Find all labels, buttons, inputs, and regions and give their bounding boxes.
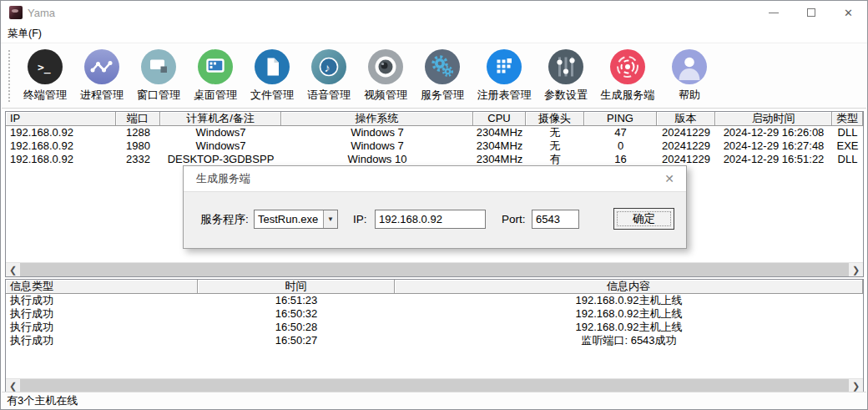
cell-type: EXE [832, 139, 863, 153]
log-row[interactable]: 执行成功 16:50:32 192.168.0.92主机上线 [6, 307, 863, 321]
col-header-time[interactable]: 时间 [198, 280, 395, 293]
toolbar-item-desktop[interactable]: 桌面管理 [192, 48, 239, 103]
cell-os: Windows 7 [281, 126, 473, 139]
minimize-button[interactable] [754, 1, 792, 24]
maximize-button[interactable] [792, 1, 830, 24]
generate-server-dialog: 生成服务端 ✕ 服务程序: TestRun.exe ▼ IP: Port: 确定 [183, 165, 687, 249]
voice-icon: ♪ [310, 48, 347, 85]
cell-ping: 47 [584, 126, 657, 139]
cell-start-time: 2024-12-29 16:27:48 [715, 139, 832, 153]
scrollbar-thumb[interactable] [20, 263, 849, 276]
log-row[interactable]: 执行成功 16:50:27 监听端口: 6543成功 [6, 334, 863, 347]
toolbar-label: 桌面管理 [194, 88, 237, 103]
scroll-left-icon[interactable]: ❮ [6, 263, 20, 276]
cell-info-content: 监听端口: 6543成功 [395, 334, 863, 347]
cell-ping: 0 [584, 139, 657, 153]
toolbar-gripper[interactable] [8, 50, 12, 102]
cell-info-type: 执行成功 [6, 321, 198, 334]
cell-info-content: 192.168.0.92主机上线 [395, 321, 863, 334]
menubar: 菜单(F) [1, 24, 867, 43]
log-list: 信息类型 时间 信息内容 执行成功 16:51:23 192.168.0.92主… [5, 279, 864, 393]
titlebar: Yama ✕ [1, 1, 867, 24]
host-row[interactable]: 192.168.0.92 2332 DESKTOP-3GDBSPP Window… [6, 153, 863, 166]
window-title: Yama [28, 7, 55, 19]
scroll-right-icon[interactable]: ❯ [849, 379, 863, 392]
col-header-type[interactable]: 类型 [832, 112, 863, 125]
port-label: Port: [502, 210, 526, 229]
toolbar: >_ 终端管理 进程管理 窗口管理 [2, 44, 866, 109]
cell-port: 2332 [116, 153, 160, 166]
toolbar-item-params[interactable]: 参数设置 [542, 48, 589, 103]
menu-item-file[interactable]: 菜单(F) [1, 27, 48, 41]
app-window: Yama ✕ 菜单(F) >_ 终端管理 [0, 0, 868, 410]
port-field[interactable] [532, 210, 579, 229]
cell-computer-name: DESKTOP-3GDBSPP [160, 153, 281, 166]
cell-ip: 192.168.0.92 [6, 153, 116, 166]
cell-time: 16:50:28 [198, 321, 395, 334]
toolbar-label: 帮助 [679, 88, 700, 103]
cell-type: DLL [832, 126, 863, 139]
dialog-close-icon[interactable]: ✕ [664, 172, 674, 185]
cell-ip: 192.168.0.92 [6, 139, 116, 153]
toolbar-item-terminal[interactable]: >_ 终端管理 [22, 48, 68, 103]
col-header-ip[interactable]: IP [6, 112, 116, 125]
scroll-right-icon[interactable]: ❯ [849, 263, 863, 276]
cell-cpu: 2304MHz [473, 153, 526, 166]
cell-time: 16:50:27 [198, 334, 395, 347]
terminal-icon: >_ [27, 48, 63, 85]
toolbar-item-process[interactable]: 进程管理 [78, 48, 125, 103]
toolbar-label: 终端管理 [23, 88, 67, 103]
col-header-info-type[interactable]: 信息类型 [6, 280, 198, 293]
col-header-info-content[interactable]: 信息内容 [395, 280, 863, 293]
toolbar-label: 生成服务端 [601, 88, 655, 103]
program-select-value: TestRun.exe [255, 210, 323, 228]
toolbar-item-file[interactable]: 文件管理 [249, 48, 295, 103]
col-header-computer-name[interactable]: 计算机名/备注 [160, 112, 281, 125]
ok-button[interactable]: 确定 [613, 208, 674, 230]
col-header-start-time[interactable]: 启动时间 [715, 112, 832, 125]
svg-text:>_: >_ [38, 61, 51, 74]
log-list-hscrollbar[interactable]: ❮ ❯ [6, 378, 863, 392]
toolbar-label: 进程管理 [80, 88, 124, 103]
log-list-header: 信息类型 时间 信息内容 [6, 280, 863, 294]
cell-camera: 无 [526, 139, 584, 153]
log-row[interactable]: 执行成功 16:50:28 192.168.0.92主机上线 [6, 321, 863, 334]
toolbar-item-service[interactable]: 服务管理 [419, 48, 466, 103]
host-row[interactable]: 192.168.0.92 1288 Windows7 Windows 7 230… [6, 126, 863, 139]
program-select[interactable]: TestRun.exe ▼ [254, 210, 338, 229]
window-controls: ✕ [754, 1, 867, 24]
cell-cpu: 2304MHz [473, 126, 526, 139]
toolbar-item-help[interactable]: 帮助 [666, 48, 713, 103]
app-icon[interactable] [9, 6, 23, 19]
toolbar-label: 语音管理 [307, 88, 351, 103]
cell-info-type: 执行成功 [6, 307, 198, 321]
toolbar-label: 窗口管理 [137, 88, 180, 103]
col-header-camera[interactable]: 摄像头 [526, 112, 584, 125]
dialog-body: 服务程序: TestRun.exe ▼ IP: Port: 确定 [184, 192, 686, 249]
scroll-left-icon[interactable]: ❮ [6, 379, 20, 392]
host-row[interactable]: 192.168.0.92 1980 Windows7 Windows 7 230… [6, 139, 863, 153]
program-label: 服务程序: [200, 210, 249, 229]
toolbar-item-generate-server[interactable]: 生成服务端 [599, 48, 656, 103]
close-button[interactable]: ✕ [830, 1, 867, 24]
cell-os: Windows 10 [281, 153, 473, 166]
col-header-os[interactable]: 操作系统 [281, 112, 473, 125]
col-header-ping[interactable]: PING [584, 112, 657, 125]
col-header-version[interactable]: 版本 [657, 112, 715, 125]
toolbar-item-registry[interactable]: 注册表管理 [476, 48, 532, 103]
cell-computer-name: Windows7 [160, 139, 281, 153]
host-list-hscrollbar[interactable]: ❮ ❯ [6, 262, 863, 276]
cell-computer-name: Windows7 [160, 126, 281, 139]
cell-ping: 16 [584, 153, 657, 166]
ip-field[interactable] [375, 210, 486, 229]
chevron-down-icon[interactable]: ▼ [323, 210, 337, 228]
toolbar-item-window[interactable]: 窗口管理 [135, 48, 182, 103]
col-header-port[interactable]: 端口 [116, 112, 160, 125]
toolbar-item-video[interactable]: 视频管理 [362, 48, 409, 103]
desktop-icon [197, 48, 234, 85]
cell-port: 1288 [116, 126, 160, 139]
scrollbar-thumb[interactable] [20, 379, 849, 392]
toolbar-item-voice[interactable]: ♪ 语音管理 [305, 48, 352, 103]
log-row[interactable]: 执行成功 16:51:23 192.168.0.92主机上线 [6, 294, 863, 307]
col-header-cpu[interactable]: CPU [473, 112, 526, 125]
